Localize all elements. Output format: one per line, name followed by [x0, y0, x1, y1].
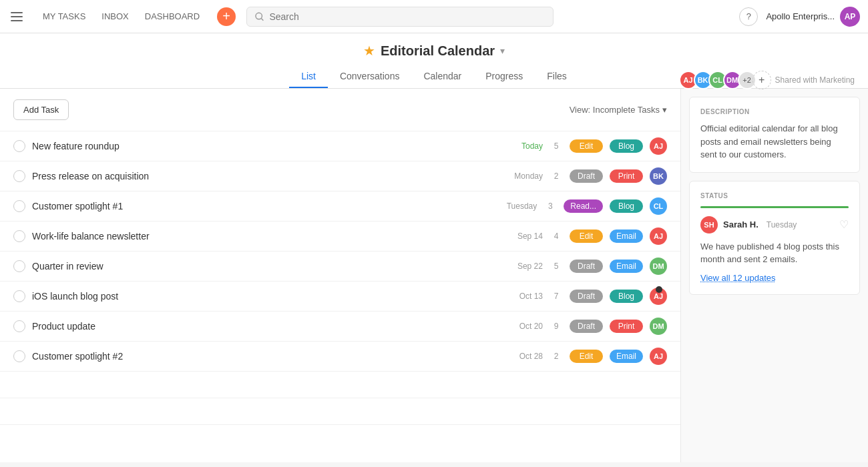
my-tasks-link[interactable]: MY TASKS [36, 7, 92, 25]
task-row[interactable]: Product update Oct 20 9 Draft Print DM [0, 311, 680, 341]
task-count-1: 2 [550, 171, 563, 181]
task-tag1-4[interactable]: Draft [570, 260, 603, 273]
task-check-2[interactable] [13, 200, 25, 212]
task-check-4[interactable] [13, 260, 25, 272]
task-count-2: 3 [544, 201, 557, 211]
task-row[interactable]: New feature roundup Today 5 Edit Blog AJ [0, 131, 680, 161]
task-check-0[interactable] [13, 140, 25, 152]
task-tag2-1[interactable]: Print [610, 169, 643, 183]
task-tag2-4[interactable]: Email [610, 260, 643, 273]
task-row[interactable]: Press release on acquisition Monday 2 Dr… [0, 161, 680, 191]
task-check-6[interactable] [13, 320, 25, 332]
task-tag1-2[interactable]: Read... [564, 199, 603, 213]
add-member-button[interactable]: + [752, 71, 771, 89]
task-date-3: Sep 14 [503, 231, 543, 241]
task-row[interactable]: Customer spotlight #2 Oct 28 2 Edit Emai… [0, 341, 680, 371]
task-tag2-0[interactable]: Blog [610, 139, 643, 153]
search-icon [255, 12, 264, 21]
task-avatar-2: CL [650, 197, 667, 215]
task-row[interactable]: iOS launch blog post Oct 13 7 Draft Blog… [0, 281, 680, 311]
task-count-4: 5 [550, 262, 563, 271]
view-filter-button[interactable]: View: Incomplete Tasks ▾ [570, 105, 667, 115]
svg-rect-2 [11, 20, 23, 21]
task-avatar-5: AJ [650, 288, 667, 305]
task-tag1-1[interactable]: Draft [570, 169, 603, 183]
task-tag2-5[interactable]: Blog [610, 290, 643, 303]
tab-files[interactable]: Files [535, 65, 579, 88]
help-button[interactable]: ? [739, 7, 758, 26]
user-info[interactable]: Apollo Enterpris... AP [766, 7, 860, 27]
task-tag1-5[interactable]: Draft [570, 290, 603, 303]
view-filter-label: View: Incomplete Tasks [570, 105, 660, 115]
view-updates-link[interactable]: View all 12 updates [700, 273, 776, 283]
add-project-button[interactable]: + [217, 7, 236, 26]
user-avatar: AP [840, 7, 860, 27]
task-name-3: Work-life balance newsletter [32, 231, 496, 242]
project-title-row: ★ Editorial Calendar ▾ [363, 43, 505, 59]
project-header-wrapper: ★ Editorial Calendar ▾ List Conversation… [0, 33, 868, 89]
tab-calendar[interactable]: Calendar [411, 65, 473, 88]
heart-icon[interactable]: ♡ [839, 218, 849, 231]
status-username: Sarah H. [723, 219, 758, 229]
task-tag2-3[interactable]: Email [610, 229, 643, 243]
inbox-link[interactable]: INBOX [95, 7, 135, 25]
description-section: DESCRIPTION Official editorial calendar … [689, 97, 860, 173]
task-count-5: 7 [550, 292, 563, 301]
task-tag1-3[interactable]: Edit [570, 229, 603, 243]
task-row[interactable]: Work-life balance newsletter Sep 14 4 Ed… [0, 221, 680, 251]
task-name-5: iOS launch blog post [32, 291, 496, 302]
svg-point-3 [256, 13, 262, 19]
hamburger-button[interactable] [8, 9, 25, 24]
star-icon[interactable]: ★ [363, 43, 375, 59]
task-date-6: Oct 20 [503, 322, 543, 331]
task-tag2-6[interactable]: Print [610, 320, 643, 333]
task-name-2: Customer spotlight #1 [32, 201, 490, 211]
main-layout: Add Task View: Incomplete Tasks ▾ New fe… [0, 89, 868, 462]
task-avatar-6: DM [650, 318, 667, 335]
status-section: STATUS SH Sarah H. Tuesday ♡ We have pub… [689, 181, 860, 295]
task-tag1-6[interactable]: Draft [570, 320, 603, 333]
shared-label: Shared with Marketing [775, 75, 855, 85]
task-tag1-7[interactable]: Edit [570, 350, 603, 363]
nav-right: ? Apollo Enterpris... AP [739, 7, 860, 27]
task-check-3[interactable] [13, 230, 25, 242]
task-name-7: Customer spotlight #2 [32, 351, 496, 362]
task-row[interactable]: Quarter in review Sep 22 5 Draft Email D… [0, 251, 680, 281]
user-name: Apollo Enterpris... [766, 11, 835, 21]
project-chevron-icon[interactable]: ▾ [500, 45, 505, 56]
search-input[interactable] [269, 11, 545, 22]
tabs: List Conversations Calendar Progress Fil… [289, 65, 579, 88]
task-tag1-0[interactable]: Edit [570, 139, 603, 153]
view-filter-chevron: ▾ [662, 105, 667, 115]
tab-progress[interactable]: Progress [473, 65, 535, 88]
task-date-4: Sep 22 [503, 262, 543, 271]
task-avatar-3: AJ [650, 227, 667, 245]
task-row[interactable]: Customer spotlight #1 Tuesday 3 Read... … [0, 191, 680, 221]
description-text: Official editorial calendar for all blog… [700, 122, 849, 161]
status-label: STATUS [700, 192, 849, 199]
task-name-4: Quarter in review [32, 261, 496, 272]
status-avatar: SH [700, 216, 718, 234]
avatar-stack: AJ BK CL DM +2 + [679, 71, 771, 89]
top-nav: MY TASKS INBOX DASHBOARD + ? Apollo Ente… [0, 0, 868, 33]
task-toolbar: Add Task View: Incomplete Tasks ▾ [0, 89, 680, 131]
add-task-button[interactable]: Add Task [13, 99, 69, 120]
task-check-7[interactable] [13, 350, 25, 362]
tab-list[interactable]: List [289, 65, 328, 88]
task-tag2-7[interactable]: Email [610, 350, 643, 363]
status-bar [700, 206, 849, 208]
svg-rect-0 [11, 12, 23, 13]
tab-conversations[interactable]: Conversations [328, 65, 412, 88]
task-date-2: Tuesday [497, 201, 537, 211]
task-tag2-2[interactable]: Blog [610, 199, 643, 213]
task-check-5[interactable] [13, 290, 25, 302]
task-date-5: Oct 13 [503, 292, 543, 301]
task-date-1: Monday [503, 171, 543, 181]
search-bar [246, 7, 554, 27]
task-count-7: 2 [550, 352, 563, 361]
task-list: New feature roundup Today 5 Edit Blog AJ… [0, 131, 680, 371]
task-check-1[interactable] [13, 170, 25, 182]
svg-rect-1 [11, 16, 23, 17]
svg-line-4 [262, 18, 264, 20]
dashboard-link[interactable]: DASHBOARD [138, 7, 206, 25]
